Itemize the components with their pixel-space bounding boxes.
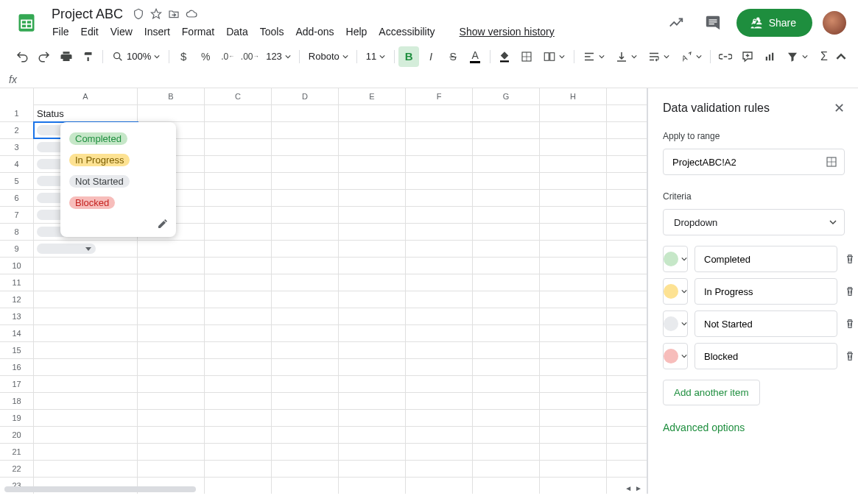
cell[interactable] [272, 342, 339, 358]
col-header-A[interactable]: A [34, 88, 138, 104]
cell[interactable] [406, 122, 473, 138]
cell[interactable] [540, 156, 607, 172]
cell[interactable] [34, 376, 138, 392]
menu-help[interactable]: Help [341, 23, 373, 40]
merge-button[interactable] [538, 46, 569, 67]
cell[interactable]: Status [34, 105, 138, 121]
row-header[interactable]: 10 [0, 258, 34, 274]
cell[interactable] [138, 342, 205, 358]
cell[interactable] [473, 258, 540, 274]
cell[interactable] [205, 139, 272, 155]
cell[interactable] [272, 122, 339, 138]
font-size-select[interactable]: 11 [362, 46, 390, 67]
horizontal-scrollbar[interactable] [4, 486, 196, 492]
cell[interactable] [339, 224, 406, 240]
dropdown-option[interactable]: In Progress [60, 149, 176, 171]
cell[interactable] [205, 105, 272, 121]
print-button[interactable] [56, 46, 77, 67]
menu-view[interactable]: View [105, 23, 138, 40]
cell[interactable] [205, 461, 272, 477]
cell[interactable] [205, 173, 272, 189]
row-header[interactable]: 2 [0, 122, 34, 138]
redo-button[interactable] [34, 46, 54, 67]
cell[interactable] [473, 410, 540, 426]
dropdown-option[interactable]: Not Started [60, 171, 176, 192]
cell[interactable] [540, 139, 607, 155]
option-value-input[interactable] [695, 246, 837, 272]
comment-button[interactable] [737, 46, 758, 67]
row-header[interactable]: 13 [0, 308, 34, 324]
text-color-button[interactable]: A [465, 46, 485, 67]
color-swatch-select[interactable] [663, 246, 688, 272]
row-header[interactable]: 4 [0, 156, 34, 172]
cell[interactable] [34, 427, 138, 443]
cell[interactable] [339, 359, 406, 375]
cell[interactable] [34, 342, 138, 358]
cell[interactable] [272, 274, 339, 291]
cell[interactable] [34, 410, 138, 426]
cell[interactable] [473, 461, 540, 477]
cell[interactable] [272, 291, 339, 308]
cell[interactable] [540, 207, 607, 223]
strikethrough-button[interactable]: S [443, 46, 463, 67]
col-header-C[interactable]: C [205, 88, 272, 104]
cell[interactable] [205, 427, 272, 443]
wrap-button[interactable] [643, 46, 674, 67]
row-header[interactable]: 21 [0, 444, 34, 460]
version-history-link[interactable]: Show version history [460, 26, 555, 38]
menu-data[interactable]: Data [221, 23, 253, 40]
tab-next-icon[interactable]: ► [635, 484, 642, 492]
cell[interactable] [34, 291, 138, 308]
row-header[interactable]: 22 [0, 461, 34, 477]
cell[interactable] [272, 190, 339, 206]
cell[interactable] [339, 444, 406, 460]
security-icon[interactable] [132, 7, 145, 21]
cell[interactable] [205, 207, 272, 223]
cell[interactable] [540, 122, 607, 138]
cell[interactable] [138, 376, 205, 392]
share-button[interactable]: Share [736, 9, 812, 37]
cell[interactable] [138, 410, 205, 426]
comments-icon[interactable] [700, 10, 726, 36]
cell[interactable] [272, 207, 339, 223]
row-header[interactable]: 7 [0, 207, 34, 223]
cell[interactable] [473, 291, 540, 308]
row-header[interactable]: 17 [0, 376, 34, 392]
tab-prev-icon[interactable]: ◄ [625, 484, 632, 492]
cell[interactable] [406, 258, 473, 274]
option-value-input[interactable] [695, 343, 837, 369]
cell[interactable] [272, 359, 339, 375]
cell[interactable] [406, 308, 473, 324]
cell[interactable] [406, 359, 473, 375]
menu-format[interactable]: Format [177, 23, 219, 40]
cell[interactable] [406, 427, 473, 443]
cell[interactable] [540, 308, 607, 324]
cell[interactable] [473, 376, 540, 392]
cell[interactable] [205, 291, 272, 308]
spreadsheet-grid[interactable]: A B C D E F G H 1Status23456789101112131… [0, 88, 647, 494]
cell[interactable] [205, 156, 272, 172]
col-header-D[interactable]: D [272, 88, 339, 104]
cell[interactable] [473, 325, 540, 341]
cell[interactable] [339, 427, 406, 443]
cell[interactable] [339, 342, 406, 358]
range-input[interactable] [672, 157, 825, 168]
cell[interactable] [473, 139, 540, 155]
cell[interactable] [339, 190, 406, 206]
col-header-G[interactable]: G [473, 88, 540, 104]
cell[interactable] [406, 173, 473, 189]
cell[interactable] [138, 308, 205, 324]
cell[interactable] [272, 376, 339, 392]
cell[interactable] [473, 478, 540, 494]
cell[interactable] [473, 393, 540, 409]
cell[interactable] [406, 105, 473, 121]
cell[interactable] [205, 190, 272, 206]
delete-option-icon[interactable] [844, 285, 856, 297]
cell[interactable] [473, 173, 540, 189]
cell[interactable] [406, 410, 473, 426]
cell[interactable] [205, 258, 272, 274]
cell[interactable] [34, 325, 138, 341]
row-header[interactable]: 3 [0, 139, 34, 155]
cell[interactable] [540, 258, 607, 274]
borders-button[interactable] [516, 46, 537, 67]
